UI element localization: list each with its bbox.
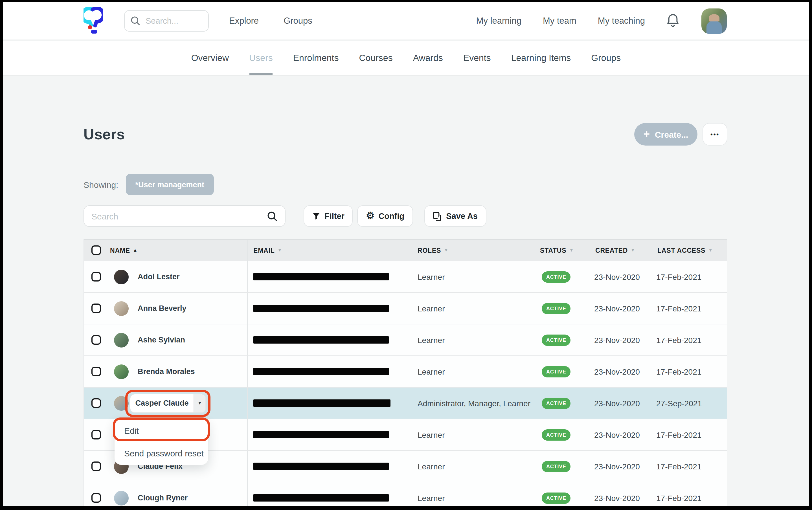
tab-users[interactable]: Users bbox=[249, 41, 273, 75]
table-row[interactable]: Ashe Sylvian Learner ACTIVE 23-Nov-2020 … bbox=[84, 324, 727, 356]
redacted-email bbox=[253, 494, 389, 502]
sort-icon: ▼ bbox=[708, 248, 713, 253]
created-date: 23-Nov-2020 bbox=[592, 324, 655, 355]
config-button[interactable]: ⚙ Config bbox=[357, 205, 413, 227]
nav-link-my-learning[interactable]: My learning bbox=[476, 16, 521, 26]
sort-asc-icon: ▲ bbox=[133, 248, 138, 253]
last-access-date: 17-Feb-2021 bbox=[655, 261, 728, 292]
sort-icon: ▼ bbox=[444, 248, 448, 253]
user-actions-dropdown[interactable]: Casper Claude ▼ bbox=[130, 394, 205, 412]
column-header-roles[interactable]: ROLES▼ bbox=[416, 240, 537, 261]
row-actions-menu: Edit Send password reset bbox=[115, 419, 208, 465]
last-access-date: 17-Feb-2021 bbox=[655, 482, 728, 506]
user-avatar bbox=[114, 364, 129, 379]
more-actions-button[interactable]: ••• bbox=[702, 123, 727, 146]
menu-item-send-password-reset[interactable]: Send password reset bbox=[115, 442, 208, 464]
tab-overview[interactable]: Overview bbox=[191, 41, 229, 75]
filter-button[interactable]: Filter bbox=[303, 205, 353, 227]
funnel-icon bbox=[312, 212, 320, 220]
user-avatar[interactable] bbox=[701, 8, 727, 34]
tab-learning-items[interactable]: Learning Items bbox=[511, 41, 571, 75]
tab-awards[interactable]: Awards bbox=[413, 41, 443, 75]
created-date: 23-Nov-2020 bbox=[592, 451, 655, 482]
nav-link-my-team[interactable]: My team bbox=[543, 16, 576, 26]
last-access-date: 17-Feb-2021 bbox=[655, 293, 728, 324]
column-header-name[interactable]: NAME▲ bbox=[108, 240, 248, 261]
created-date: 23-Nov-2020 bbox=[592, 261, 655, 292]
nav-link-explore[interactable]: Explore bbox=[229, 16, 259, 26]
column-header-email[interactable]: EMAIL▼ bbox=[248, 240, 416, 261]
user-roles: Learner bbox=[416, 482, 537, 506]
menu-item-edit[interactable]: Edit bbox=[115, 419, 208, 442]
redacted-email bbox=[253, 336, 389, 343]
users-table: NAME▲ EMAIL▼ ROLES▼ STATUS▼ CREATED▼ bbox=[84, 239, 727, 506]
table-row[interactable]: Clough Ryner Learner ACTIVE 23-Nov-2020 … bbox=[84, 482, 727, 506]
created-date: 23-Nov-2020 bbox=[592, 482, 655, 506]
column-header-status[interactable]: STATUS▼ bbox=[537, 240, 592, 261]
search-icon bbox=[130, 16, 141, 26]
create-button[interactable]: + Create... bbox=[634, 123, 697, 146]
user-avatar bbox=[114, 396, 129, 411]
ellipsis-icon: ••• bbox=[710, 131, 720, 138]
column-header-last-access[interactable]: LAST ACCESS▼ bbox=[655, 240, 728, 261]
save-as-button[interactable]: Save As bbox=[424, 205, 486, 227]
status-badge: ACTIVE bbox=[542, 461, 571, 472]
user-name[interactable]: Brenda Morales bbox=[138, 367, 195, 376]
row-checkbox[interactable] bbox=[91, 272, 101, 281]
global-search-placeholder: Search... bbox=[146, 17, 178, 25]
row-checkbox[interactable] bbox=[91, 335, 101, 345]
created-date: 23-Nov-2020 bbox=[592, 388, 655, 419]
column-header-created[interactable]: CREATED▼ bbox=[592, 240, 655, 261]
status-badge: ACTIVE bbox=[542, 492, 571, 504]
tab-groups[interactable]: Groups bbox=[591, 41, 621, 75]
page-title: Users bbox=[84, 125, 125, 143]
row-checkbox[interactable] bbox=[91, 430, 101, 440]
user-roles: Learner bbox=[416, 293, 537, 324]
user-name[interactable]: Casper Claude bbox=[130, 394, 194, 412]
user-roles: Learner bbox=[416, 419, 537, 450]
chevron-down-icon[interactable]: ▼ bbox=[194, 394, 205, 412]
screenshot-frame: Search... Explore Groups My learning My … bbox=[0, 0, 812, 510]
tab-courses[interactable]: Courses bbox=[359, 41, 393, 75]
top-nav: Search... Explore Groups My learning My … bbox=[3, 2, 809, 41]
row-checkbox[interactable] bbox=[91, 303, 101, 313]
user-roles: Learner bbox=[416, 356, 537, 387]
table-row[interactable]: Brenda Morales Learner ACTIVE 23-Nov-202… bbox=[84, 356, 727, 388]
tab-enrolments[interactable]: Enrolments bbox=[293, 41, 339, 75]
user-name[interactable]: Ashe Sylvian bbox=[138, 336, 185, 344]
nav-link-my-teaching[interactable]: My teaching bbox=[598, 16, 645, 26]
status-badge: ACTIVE bbox=[542, 303, 571, 314]
status-badge: ACTIVE bbox=[542, 271, 571, 282]
tab-events[interactable]: Events bbox=[463, 41, 491, 75]
row-checkbox[interactable] bbox=[91, 493, 101, 503]
showing-label: Showing: bbox=[84, 180, 118, 189]
global-search-input[interactable]: Search... bbox=[124, 10, 209, 32]
notifications-bell-icon[interactable] bbox=[666, 13, 680, 28]
active-filter-chip[interactable]: *User management bbox=[125, 174, 214, 195]
table-search-input[interactable] bbox=[91, 211, 267, 221]
redacted-email bbox=[253, 273, 389, 280]
table-search-field[interactable] bbox=[84, 205, 286, 227]
plus-icon: + bbox=[643, 128, 650, 139]
table-row-selected[interactable]: Casper Claude ▼ Administrator, Manager, … bbox=[84, 388, 727, 419]
created-date: 23-Nov-2020 bbox=[592, 356, 655, 387]
user-name[interactable]: Adol Lester bbox=[138, 272, 180, 281]
table-row[interactable]: Anna Beverly Learner ACTIVE 23-Nov-2020 … bbox=[84, 293, 727, 324]
redacted-email bbox=[253, 431, 389, 438]
user-name[interactable]: Anna Beverly bbox=[138, 304, 186, 312]
row-checkbox[interactable] bbox=[91, 398, 101, 408]
row-checkbox[interactable] bbox=[91, 367, 101, 376]
user-avatar bbox=[114, 301, 129, 316]
select-all-checkbox[interactable] bbox=[91, 245, 101, 255]
app-logo-lightbulb-icon[interactable] bbox=[84, 7, 103, 35]
user-roles: Learner bbox=[416, 451, 537, 482]
last-access-date: 17-Feb-2021 bbox=[655, 356, 728, 387]
last-access-date: 17-Feb-2021 bbox=[655, 324, 728, 355]
sort-icon: ▼ bbox=[278, 248, 283, 253]
user-name[interactable]: Clough Ryner bbox=[138, 493, 187, 502]
row-checkbox[interactable] bbox=[91, 461, 101, 471]
table-row[interactable]: Adol Lester Learner ACTIVE 23-Nov-2020 1… bbox=[84, 261, 727, 293]
nav-link-groups[interactable]: Groups bbox=[284, 16, 312, 26]
search-icon bbox=[267, 211, 278, 221]
status-badge: ACTIVE bbox=[542, 334, 571, 346]
